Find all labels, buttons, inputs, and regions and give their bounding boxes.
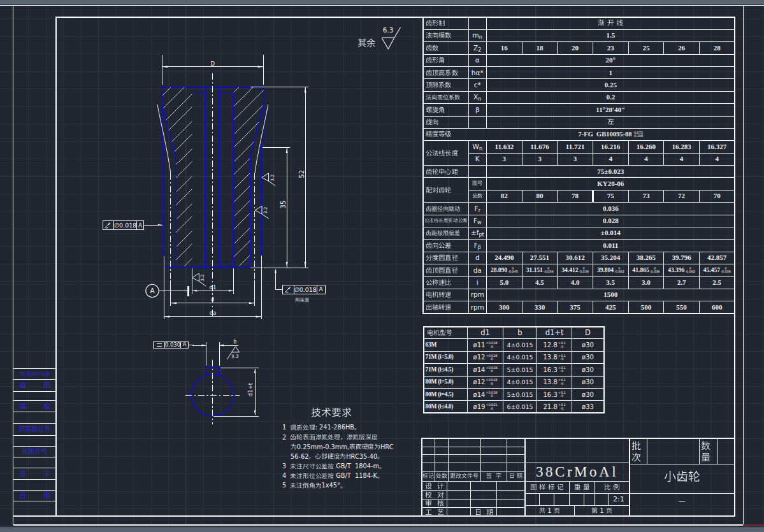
fcf-face-note — [288, 297, 316, 304]
param-row-label-15 — [423, 203, 469, 215]
param-cell-19-1: 27.551 — [522, 252, 558, 264]
motor-header-4: D — [572, 327, 604, 339]
tech-item-1: 2 — [282, 433, 435, 442]
param-value-9: 7-FG GB10095-88-0.072-0.108 — [487, 128, 735, 140]
param-cell-23-1: 330 — [522, 301, 558, 313]
param-cell-11-4: 4 — [628, 153, 664, 165]
param-cell-21-3: 3.5 — [593, 277, 628, 289]
param-cell-2-4: 25 — [628, 42, 664, 54]
param-cell-11-2: 3 — [558, 153, 593, 165]
motor-d1-0: ø11+0.018-0 — [468, 339, 503, 351]
param-cell-14-5: 72 — [664, 190, 700, 202]
param-cell-21-2: 4.0 — [558, 277, 593, 289]
param-row-label-12 — [423, 166, 469, 178]
strip-sign-label — [13, 468, 57, 479]
dim-35: 35 — [280, 195, 287, 214]
param-row-label-4 — [423, 67, 469, 79]
param-cell-23-5: 550 — [664, 301, 700, 313]
dim-d: d — [206, 296, 219, 303]
param-cell-21-0: 5.0 — [487, 277, 523, 289]
param-cell-23-6: 600 — [699, 301, 735, 313]
tech-item-4: 3 GB/T 1804-m — [282, 461, 435, 471]
dim-D: D — [206, 61, 219, 67]
param-cell-14-2: 78 — [558, 190, 593, 202]
param-cell-2-1: 18 — [522, 42, 558, 54]
param-cell-20-4: 41.8650-0.039 — [628, 264, 664, 277]
param-row-label-3 — [423, 54, 469, 66]
tech-item-2: 0.25mm-0.3mm,HRC — [291, 442, 443, 452]
motor-model-1: 71M (i=5.0) — [424, 351, 468, 363]
motor-model-4: 80M (i=4.5) — [424, 389, 468, 401]
param-row-sym-1: mn — [468, 29, 487, 41]
param-row-sym-20: da — [468, 264, 487, 277]
dim-d1: d1 — [206, 284, 220, 291]
dim-b: b — [231, 339, 240, 345]
weight-header — [569, 482, 595, 494]
param-row-sym-14 — [468, 190, 487, 202]
param-cell-23-2: 375 — [558, 301, 593, 313]
param-row-label-21 — [423, 277, 469, 289]
param-cell-14-4: 73 — [628, 190, 664, 202]
param-row-label-13 — [423, 178, 469, 203]
motor-D-1: ø30 — [572, 351, 604, 363]
param-row-sym-2: Z2 — [468, 42, 487, 54]
pages-total: 1 — [525, 506, 575, 517]
param-cell-11-3: 4 — [593, 153, 628, 165]
motor-d1-2: ø14+0.018-0 — [468, 364, 503, 376]
param-cell-10-3: 16.216 — [593, 141, 628, 153]
motor-b-4: 5±0.015 — [503, 389, 537, 401]
motor-D-3: ø30 — [572, 376, 604, 388]
bottom-scroll-bar[interactable] — [0, 528, 764, 532]
param-cell-2-5: 26 — [664, 42, 700, 54]
param-value-22: 1500 — [487, 289, 735, 301]
motor-dt-3: 13.8+0.1-0 — [537, 376, 572, 388]
motor-D-4: ø30 — [572, 389, 604, 401]
param-row-label-7 — [423, 104, 469, 116]
param-cell-19-2: 30.612 — [558, 252, 593, 264]
param-cell-10-0: 11.632 — [487, 141, 523, 153]
param-cell-21-4: 3.0 — [628, 277, 664, 289]
motor-b-1: 4±0.015 — [503, 351, 537, 363]
param-cell-19-4: 38.265 — [628, 252, 664, 264]
dim-da: da — [206, 310, 219, 316]
motor-D-2: ø30 — [572, 364, 604, 376]
param-row-sym-11: K — [468, 153, 487, 165]
scale-header — [595, 482, 630, 494]
param-value-0 — [487, 17, 735, 29]
param-row-label-20 — [423, 264, 469, 277]
stamp-header — [525, 482, 570, 494]
param-cell-23-3: 425 — [593, 301, 628, 313]
param-cell-23-4: 500 — [628, 301, 664, 313]
sig-label-1 — [422, 490, 447, 499]
rev-header-2 — [448, 471, 480, 481]
param-row-label-0 — [423, 17, 469, 29]
strip-record-label: () — [13, 368, 57, 379]
rev-header-3 — [480, 471, 507, 481]
motor-model-0: 63M — [424, 339, 468, 351]
param-cell-20-3: 39.8040-0.062 — [593, 264, 628, 277]
param-cell-21-1: 4.5 — [522, 277, 558, 289]
motor-D-5: ø33 — [572, 401, 604, 413]
param-row-label-9 — [423, 128, 487, 140]
fcf-face-datum: A — [317, 285, 325, 294]
motor-D-0: ø30 — [572, 339, 604, 351]
param-value-3: 20° — [487, 54, 735, 66]
motor-b-2: 5±0.015 — [503, 364, 537, 376]
part-name — [630, 466, 735, 487]
param-row-label-23 — [423, 301, 469, 313]
param-value-1: 1.5 — [487, 29, 735, 41]
datum-circle-label: A — [148, 287, 157, 295]
param-row-sym-5: c* — [468, 79, 487, 91]
motor-b-3: 4±0.015 — [503, 376, 537, 388]
rough-key-value: 3.2 — [229, 353, 241, 360]
param-row-sym-13 — [468, 178, 487, 190]
fcf-left-tolerance: ∅0.018 — [114, 221, 137, 230]
motor-dt-2: 16.3+0.1-0 — [537, 364, 572, 376]
param-row-sym-10: Wn — [468, 141, 487, 153]
motor-header-3: d1+t — [537, 327, 572, 339]
param-row-sym-6: Xn — [468, 91, 487, 103]
param-row-label-17 — [423, 227, 469, 239]
fcf-sym-tolerance: 0.030 — [165, 341, 181, 349]
param-value-8 — [487, 116, 735, 128]
param-cell-14-3: 75 — [593, 190, 628, 202]
